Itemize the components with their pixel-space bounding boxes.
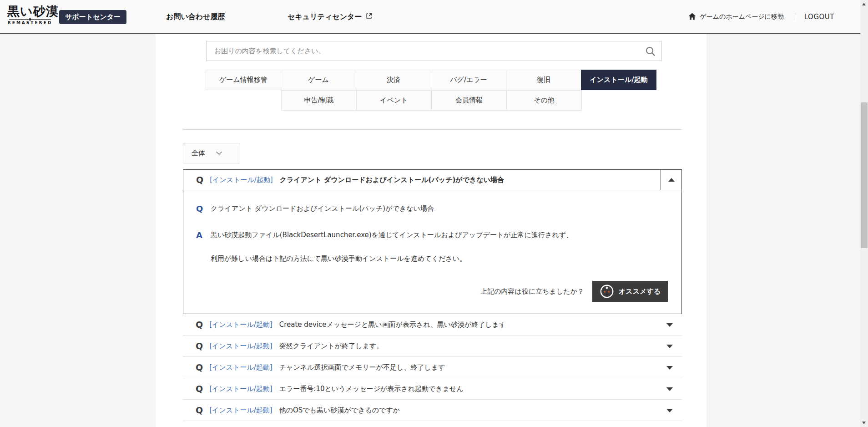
- faq-category-link[interactable]: [インストール/起動]: [209, 363, 273, 372]
- panel-answer-text1: 黒い砂漠起動ファイル(BlackDesertLauncher.exe)を通じてイ…: [211, 230, 573, 239]
- tab-member-info[interactable]: 会員情報: [431, 90, 507, 111]
- tab-report-sanction[interactable]: 申告/制裁: [281, 90, 357, 111]
- tab-label: 申告/制裁: [304, 96, 333, 105]
- home-icon: [688, 13, 696, 21]
- q-mark: Q: [196, 405, 203, 415]
- tab-label: インストール/起動: [590, 76, 647, 84]
- faq-category-link[interactable]: [インストール/起動]: [209, 406, 273, 415]
- tab-label: その他: [534, 96, 555, 105]
- support-center-button[interactable]: サポートセンター: [59, 10, 126, 24]
- q-mark: Q: [196, 341, 203, 351]
- external-link-icon: [365, 12, 373, 21]
- faq-row[interactable]: Q [インストール/起動] チャンネル選択画面でメモリーが不足し、終了します: [183, 357, 682, 378]
- faq-question-text: Create deviceメッセージと黒い画面が表示され、黒い砂漠が終了します: [279, 320, 506, 329]
- faq-category-link[interactable]: [インストール/起動]: [209, 320, 273, 329]
- caret-up-icon: [668, 178, 675, 182]
- home-link-label: ゲームのホームページに移動: [700, 13, 784, 21]
- faq-question-text: エラー番号:10というメッセージが表示され起動できません: [279, 385, 464, 393]
- faq-category-link[interactable]: [インストール/起動]: [209, 385, 273, 393]
- nav-inquiry-history-label: お問い合わせ履歴: [166, 12, 225, 22]
- tab-label: ゲーム情報移管: [219, 76, 267, 84]
- panel-answer-text2: 利用が難しい場合は下記の方法にて黒い砂漠手動インストールを進めてください。: [211, 254, 466, 263]
- panel-question-line: Q クライアント ダウンロードおよびインストール(パッチ)ができない場合: [183, 204, 434, 214]
- tab-recovery[interactable]: 復旧: [506, 70, 581, 90]
- scope-dropdown[interactable]: 全体: [183, 143, 240, 163]
- faq-category-link[interactable]: [インストール/起動]: [209, 342, 273, 351]
- faq-row[interactable]: Q [インストール/起動] Create deviceメッセージと黒い画面が表示…: [183, 314, 682, 336]
- nav-inquiry-history[interactable]: お問い合わせ履歴: [166, 0, 225, 34]
- scope-dropdown-value: 全体: [192, 149, 205, 158]
- tab-label: 会員情報: [455, 96, 483, 105]
- section-divider: [183, 129, 682, 130]
- logo-divider: [9, 19, 51, 20]
- tab-label: ゲーム: [308, 76, 329, 84]
- faq-row[interactable]: Q [インストール/起動] 突然クライアントが終了します。: [183, 336, 682, 357]
- tab-label: 復旧: [537, 76, 550, 84]
- caret-down-icon[interactable]: [666, 409, 673, 412]
- header: 黒い砂漠 REMASTERED サポートセンター お問い合わせ履歴 セキュリティ…: [0, 0, 860, 34]
- q-mark: Q: [196, 362, 203, 372]
- tab-label: イベント: [380, 96, 408, 105]
- nav-security-center-label: セキュリティセンター: [288, 12, 362, 22]
- search-box: [206, 41, 662, 61]
- faq-row-expanded[interactable]: Q [インストール/起動] クライアント ダウンロードおよびインストール(パッチ…: [183, 169, 682, 190]
- helpful-prompt: 上記の内容は役に立ちましたか？: [480, 287, 584, 296]
- tab-game-info-transfer[interactable]: ゲーム情報移管: [206, 70, 281, 90]
- a-label: A: [196, 230, 211, 240]
- category-tabs-row1: ゲーム情報移管 ゲーム 決済 バグ/エラー 復旧 インストール/起動: [206, 70, 656, 90]
- search-input[interactable]: [207, 41, 661, 61]
- collapse-button[interactable]: [661, 170, 681, 190]
- faq-category-link[interactable]: [インストール/起動]: [210, 176, 273, 184]
- faq-answer-panel: Q クライアント ダウンロードおよびインストール(パッチ)ができない場合 A 黒…: [183, 190, 682, 314]
- logo-subtitle: REMASTERED: [7, 20, 53, 25]
- page-background: ゲーム情報移管 ゲーム 決済 バグ/エラー 復旧 インストール/起動 申告/制裁…: [0, 34, 860, 427]
- q-label: Q: [196, 204, 211, 214]
- scroll-down-icon[interactable]: [862, 422, 866, 424]
- content-column: ゲーム情報移管 ゲーム 決済 バグ/エラー 復旧 インストール/起動 申告/制裁…: [156, 34, 707, 427]
- mascot-icon: [600, 284, 614, 299]
- go-to-game-homepage-link[interactable]: ゲームのホームページに移動: [688, 13, 784, 21]
- tab-other[interactable]: その他: [506, 90, 582, 111]
- logo-title: 黒い砂漠: [7, 5, 53, 18]
- category-tabs-row2: 申告/制裁 イベント 会員情報 その他: [281, 90, 582, 111]
- panel-question-text: クライアント ダウンロードおよびインストール(パッチ)ができない場合: [211, 204, 434, 213]
- search-icon[interactable]: [645, 46, 656, 57]
- q-mark: Q: [196, 175, 203, 185]
- recommend-button[interactable]: オススメする: [592, 281, 668, 302]
- tab-label: 決済: [387, 76, 400, 84]
- faq-question-text: チャンネル選択画面でメモリーが不足し、終了します: [279, 363, 445, 372]
- caret-down-icon[interactable]: [666, 345, 673, 348]
- logout-link[interactable]: LOGOUT: [804, 13, 834, 21]
- header-divider: [794, 13, 794, 21]
- caret-down-icon[interactable]: [666, 366, 673, 370]
- scrollbar-thumb[interactable]: [861, 102, 868, 248]
- header-right-group: ゲームのホームページに移動 LOGOUT: [688, 0, 834, 34]
- faq-question-text: 他のOSでも黒い砂漠ができるのですか: [279, 406, 400, 415]
- panel-footer: 上記の内容は役に立ちましたか？ オススメする: [480, 281, 668, 302]
- faq-question-text: 突然クライアントが終了します。: [279, 342, 384, 351]
- tab-event[interactable]: イベント: [356, 90, 432, 111]
- faq-question-text: クライアント ダウンロードおよびインストール(パッチ)ができない場合: [280, 176, 504, 184]
- recommend-button-label: オススメする: [619, 287, 661, 296]
- page-scrollbar[interactable]: [860, 0, 868, 427]
- panel-answer-line: A 黒い砂漠起動ファイル(BlackDesertLauncher.exe)を通じ…: [183, 230, 573, 240]
- tab-payment[interactable]: 決済: [356, 70, 431, 90]
- nav-security-center[interactable]: セキュリティセンター: [288, 0, 373, 34]
- q-mark: Q: [196, 320, 203, 330]
- tab-game[interactable]: ゲーム: [281, 70, 356, 90]
- q-mark: Q: [196, 384, 203, 394]
- tab-label: バグ/エラー: [450, 76, 487, 84]
- faq-row[interactable]: Q [インストール/起動] 他のOSでも黒い砂漠ができるのですか: [183, 400, 682, 421]
- tab-bug-error[interactable]: バグ/エラー: [431, 70, 506, 90]
- scroll-up-icon[interactable]: [862, 3, 866, 5]
- tab-install-launch-selected[interactable]: インストール/起動: [581, 70, 656, 90]
- logo[interactable]: 黒い砂漠 REMASTERED: [7, 5, 53, 25]
- caret-down-icon[interactable]: [666, 323, 673, 327]
- chevron-down-icon: [216, 149, 222, 155]
- caret-down-icon[interactable]: [666, 387, 673, 391]
- faq-row[interactable]: Q [インストール/起動] エラー番号:10というメッセージが表示され起動できま…: [183, 378, 682, 400]
- faq-list: Q [インストール/起動] Create deviceメッセージと黒い画面が表示…: [183, 314, 682, 421]
